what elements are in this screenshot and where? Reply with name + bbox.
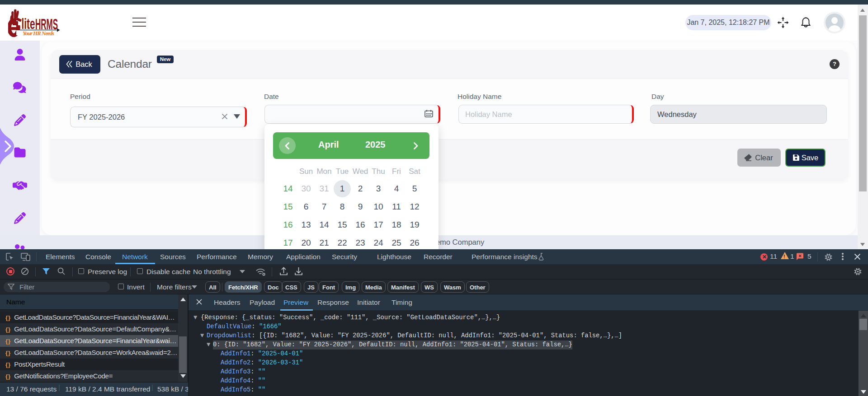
svg-text:lite: lite bbox=[22, 15, 35, 32]
svg-text:✕: ✕ bbox=[798, 254, 802, 258]
svg-text:Your HR Needs: Your HR Needs bbox=[23, 30, 54, 37]
